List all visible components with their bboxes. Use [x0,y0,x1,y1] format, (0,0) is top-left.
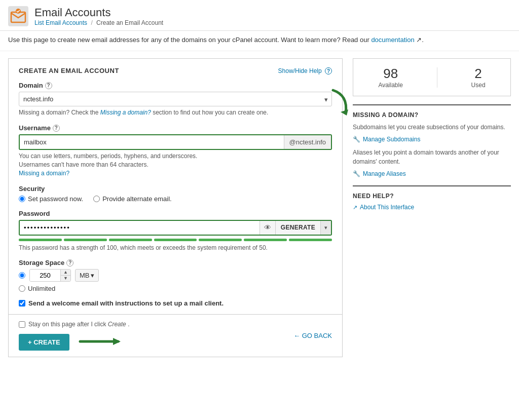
storage-spinner: ▲ ▼ [60,270,70,281]
password-generate-button[interactable]: GENERATE [276,221,320,235]
aliases-text: Aliases let you point a domain towards a… [353,148,511,166]
password-generate-dropdown-button[interactable]: ▾ [320,221,331,235]
stay-on-page-checkbox[interactable] [19,321,25,328]
username-input[interactable] [20,135,284,149]
security-radio-alternate[interactable]: Provide alternate email. [93,195,172,203]
username-missing-domain-link[interactable]: Missing a domain? [19,170,69,177]
svg-marker-4 [113,338,121,345]
storage-row-value: ▲ ▼ MB ▾ [19,269,332,282]
username-input-wrap: @nctest.info [19,134,332,150]
page-wrapper: Email Accounts List Email Accounts / Cre… [0,0,519,420]
security-label: Security [19,185,332,193]
password-input[interactable] [20,221,260,235]
breadcrumb-parent-link[interactable]: List Email Accounts [34,19,87,26]
domain-field-group: Domain ? nctest.info ▾ Missing a do [19,82,332,117]
security-radio-alternate-input[interactable] [93,196,100,202]
available-stat: 98 Available [378,66,402,89]
password-field-group: Password 👁 GENERATE ▾ This password has … [19,210,332,252]
welcome-email-checkbox[interactable] [19,300,25,307]
username-field-group: Username ? @nctest.info You can use lett… [19,124,332,177]
email-accounts-icon [8,6,28,26]
storage-hint-icon[interactable]: ? [66,259,73,266]
form-bottom: Stay on this page after I click Create .… [9,314,342,357]
password-input-wrap: 👁 GENERATE ▾ [19,220,332,236]
storage-decrement-button[interactable]: ▼ [61,276,70,281]
password-toggle-visibility-button[interactable]: 👁 [260,221,276,235]
domain-hint-icon[interactable]: ? [45,82,52,89]
manage-aliases-link[interactable]: 🔧 Manage Aliases [353,170,511,177]
username-notes: You can use letters, numbers, periods, h… [19,152,332,177]
storage-input-wrap: ▲ ▼ [29,269,71,282]
form-bottom-left: Stay on this page after I click Create .… [19,321,129,351]
breadcrumb-separator: / [91,19,92,26]
about-interface-link[interactable]: ↗ About This Interface [353,204,511,211]
security-radio-password-input[interactable] [19,196,25,202]
storage-unit-arrow-icon: ▾ [91,272,94,279]
missing-domain-title: MISSING A DOMAIN? [353,111,511,119]
wrench-icon-subdomains: 🔧 [353,136,360,143]
need-help-section: NEED HELP? ↗ About This Interface [353,185,511,211]
domain-missing-note: Missing a domain? Check the Missing a do… [19,108,332,117]
stay-on-page-label[interactable]: Stay on this page after I click Create . [19,321,129,328]
page-header: Email Accounts List Email Accounts / Cre… [0,0,519,31]
go-back-button[interactable]: ← GO BACK [293,332,332,339]
create-button[interactable]: + CREATE [19,334,69,351]
domain-label: Domain ? [19,82,332,89]
stay-text: Stay on this page after I click Create . [28,321,129,328]
domain-select-wrap: nctest.info ▾ [19,92,332,106]
domain-select[interactable]: nctest.info [19,92,332,106]
external-link-icon-about: ↗ [353,204,357,211]
green-arrow-create [78,334,123,350]
breadcrumb-current: Create an Email Account [96,19,163,26]
main-layout: CREATE AN EMAIL ACCOUNT Show/Hide Help ?… [0,51,519,364]
storage-label: Storage Space ? [19,259,332,266]
used-label: Used [471,82,486,89]
wrench-icon-aliases: 🔧 [353,170,360,177]
used-stat: 2 Used [471,66,486,89]
used-count: 2 [471,66,486,82]
page-description: Use this page to create new email addres… [0,31,519,51]
security-radio-password[interactable]: Set password now. [19,195,83,203]
storage-unit-dropdown[interactable]: MB ▾ [75,269,99,282]
password-actions: 👁 GENERATE ▾ [260,221,331,235]
storage-radio-value[interactable] [19,272,25,279]
help-icon: ? [325,67,332,74]
form-panel-header: CREATE AN EMAIL ACCOUNT Show/Hide Help ? [19,67,332,74]
subdomains-text: Subdomains let you create subsections of… [353,123,511,132]
svg-marker-3 [341,109,348,116]
external-link-icon: ↗ [416,36,422,44]
available-count: 98 [378,66,402,82]
need-help-title: NEED HELP? [353,193,511,200]
form-actions-row: + CREATE [19,334,129,351]
header-title-block: Email Accounts List Email Accounts / Cre… [34,6,163,26]
password-strength-text: This password has a strength of 100, whi… [19,244,332,252]
breadcrumb: List Email Accounts / Create an Email Ac… [34,19,163,26]
stats-box: 98 Available 2 Used [353,58,511,96]
username-label: Username ? [19,124,332,132]
missing-domain-section: MISSING A DOMAIN? Subdomains let you cre… [353,104,511,177]
username-hint-icon[interactable]: ? [53,125,60,132]
form-panel-title: CREATE AN EMAIL ACCOUNT [19,67,119,74]
form-panel: CREATE AN EMAIL ACCOUNT Show/Hide Help ?… [8,58,343,357]
storage-increment-button[interactable]: ▲ [61,270,70,276]
green-arrow-domain [330,88,353,117]
stat-divider [437,67,437,88]
storage-amount-input[interactable] [30,270,60,281]
welcome-email-label[interactable]: Send a welcome email with instructions t… [19,299,332,307]
security-options: Set password now. Provide alternate emai… [19,195,332,203]
available-label: Available [378,82,402,89]
sidebar: 98 Available 2 Used MISSING A DOMAIN? Su… [343,58,511,219]
description-suffix: . [422,36,424,44]
security-field-group: Security Set password now. Provide alter… [19,185,332,203]
manage-subdomains-link[interactable]: 🔧 Manage Subdomains [353,136,511,143]
password-label: Password [19,210,332,217]
username-domain-suffix: @nctest.info [284,135,331,149]
storage-unlimited-label[interactable]: Unlimited [19,285,332,292]
password-strength-bar [19,239,332,241]
storage-field-group: Storage Space ? ▲ ▼ [19,259,332,292]
missing-domain-link[interactable]: Missing a domain? [100,109,151,116]
show-hide-help-link[interactable]: Show/Hide Help ? [278,67,332,75]
welcome-email-field-group: Send a welcome email with instructions t… [19,299,332,307]
documentation-link[interactable]: documentation [371,36,414,44]
storage-radio-unlimited[interactable] [19,285,25,292]
